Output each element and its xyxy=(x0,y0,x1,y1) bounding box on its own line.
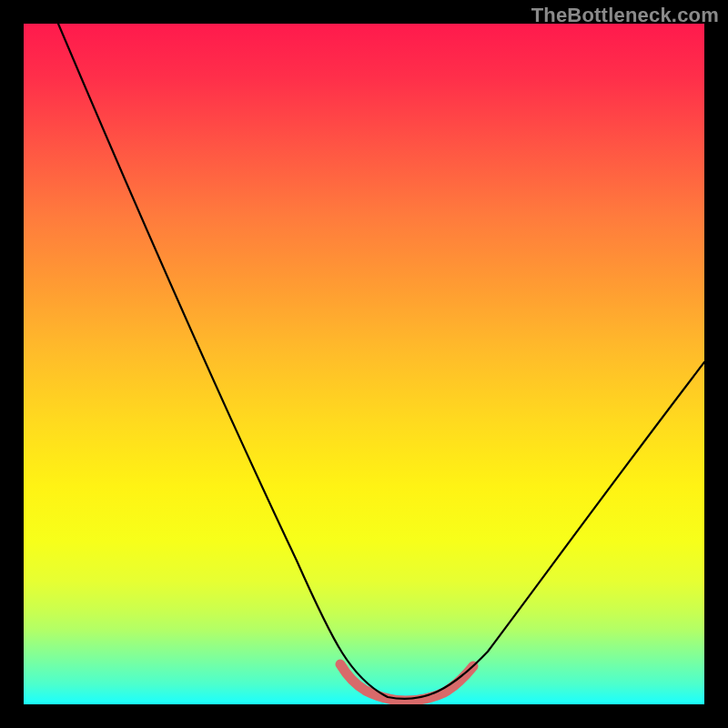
plot-area xyxy=(24,24,704,704)
bottleneck-curve-line xyxy=(58,24,704,699)
watermark-text: TheBottleneck.com xyxy=(531,4,719,27)
bottleneck-curve-svg xyxy=(24,24,704,704)
chart-frame: TheBottleneck.com xyxy=(0,0,728,728)
